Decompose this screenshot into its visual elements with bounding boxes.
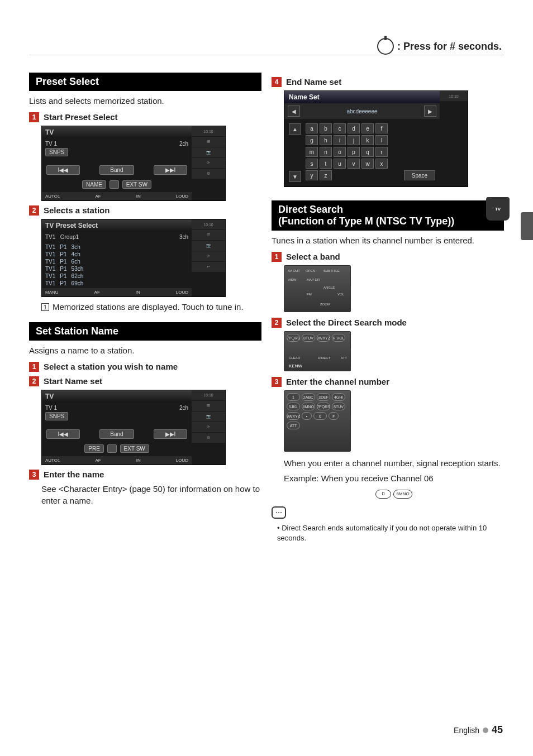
remote-9: 9WXYZ — [287, 412, 300, 420]
band-button[interactable]: Band — [99, 165, 134, 175]
key-v[interactable]: v — [348, 159, 360, 169]
side-icon[interactable]: ⟳ — [192, 422, 225, 432]
ext-sw-button[interactable]: EXT SW — [122, 180, 151, 189]
band-button-b[interactable]: Band — [99, 429, 134, 439]
key-space[interactable]: Space — [404, 170, 435, 180]
key-h[interactable]: h — [320, 135, 332, 145]
prev-button[interactable]: I◀◀ — [46, 165, 80, 175]
key-t[interactable]: t — [320, 159, 332, 169]
screenshot-preset-list: TV Preset Select TV1 Group1 3ch TV1P13ch… — [41, 219, 226, 297]
af-label: AF — [94, 290, 100, 295]
ns-up-arrow[interactable]: ▲ — [289, 123, 301, 135]
direct-search-intro: Tunes in a station when its channel numb… — [272, 235, 504, 246]
side-icon[interactable]: ⟳ — [192, 251, 225, 261]
footer-dot-icon — [483, 728, 488, 733]
side-icon[interactable]: ↩ — [192, 262, 225, 272]
side-icon[interactable]: ⚙ — [192, 433, 225, 443]
remote-4: 4GHI — [332, 393, 345, 401]
note-ref-1: 1 — [41, 303, 49, 311]
ns-title: Name Set — [284, 91, 440, 103]
snps-button[interactable]: SNPS — [45, 148, 68, 156]
key-b[interactable]: b — [320, 123, 332, 133]
key-d[interactable]: d — [348, 123, 360, 133]
key-c[interactable]: c — [334, 123, 346, 133]
scrn-2ch: 2ch — [179, 141, 188, 147]
in-label-b: IN — [136, 458, 141, 463]
top-hint: : Press for # seconds. — [377, 38, 502, 55]
remote-0: 0 — [313, 412, 327, 420]
key-s[interactable]: s — [306, 159, 318, 169]
af-label-b: AF — [96, 458, 101, 463]
hdr-3ch: 3ch — [179, 234, 188, 240]
remote-band-diagram: AV OUT OPEN SUBTITLE VIEW MAP DR ANGLE F… — [284, 265, 351, 312]
step-number-2: 2 — [29, 205, 39, 216]
ns-left-arrow[interactable]: ◀ — [288, 106, 300, 117]
key-a[interactable]: a — [306, 123, 318, 133]
key-x[interactable]: x — [375, 159, 388, 169]
screenshot-tv-preset-start: TV TV 1 2ch SNPS I◀◀ Band ▶▶I NAME — [41, 126, 226, 201]
clock-label: 10:10 — [192, 390, 225, 400]
scrn-title-3: TV — [42, 390, 192, 403]
ns-input[interactable]: abcdeeeeee — [303, 108, 421, 114]
key-w[interactable]: w — [361, 159, 374, 169]
scrn-title-2: TV Preset Select — [42, 219, 192, 232]
pre-button[interactable]: PRE — [84, 444, 104, 453]
remote-rvol: R.VOL — [332, 334, 345, 342]
auto-label: AUTO1 — [45, 194, 60, 199]
key-l[interactable]: l — [375, 135, 388, 145]
footer-page: 45 — [492, 724, 503, 736]
side-icon[interactable]: ⚙ — [192, 169, 225, 179]
page-footer: English 45 — [454, 724, 503, 736]
ext-sw-button-b[interactable]: EXT SW — [120, 444, 149, 453]
key-f[interactable]: f — [375, 123, 388, 133]
key-i[interactable]: i — [334, 135, 346, 145]
key-g[interactable]: g — [306, 135, 318, 145]
snps-button-b[interactable]: SNPS — [45, 412, 68, 420]
row-c3: 6ch — [72, 259, 80, 265]
ns-right-arrow[interactable]: ▶ — [424, 106, 436, 117]
side-icon[interactable]: ⟳ — [192, 158, 225, 168]
scrn-title: TV — [42, 126, 192, 138]
key-u[interactable]: u — [334, 159, 346, 169]
pre-button-2[interactable] — [107, 444, 117, 453]
key-o[interactable]: o — [334, 147, 346, 157]
step-number-2c: 2 — [272, 318, 282, 328]
key-r[interactable]: r — [375, 147, 388, 157]
step-number-1b: 1 — [29, 362, 39, 372]
row-c2: P1 — [60, 259, 66, 265]
key-y[interactable]: y — [306, 170, 318, 180]
key-z[interactable]: z — [320, 170, 332, 180]
key-p[interactable]: p — [348, 147, 360, 157]
next-button-b[interactable]: ▶▶I — [154, 429, 187, 439]
key-q[interactable]: q — [361, 147, 374, 157]
clock-label: 10:10 — [440, 91, 468, 101]
key-m[interactable]: m — [306, 147, 318, 157]
side-icon[interactable]: ☰ — [192, 401, 225, 411]
next-button[interactable]: ▶▶I — [154, 165, 187, 175]
step-selects-station: Selects a station — [44, 205, 110, 215]
section-direct-search: Direct Search (Function of Type M (NTSC … — [272, 200, 504, 231]
key-n[interactable]: n — [320, 147, 332, 157]
preset-list[interactable]: TV1P13ch TV1P14ch TV1P16ch TV1P153ch TV1… — [42, 242, 192, 288]
side-icon[interactable]: ☰ — [192, 230, 225, 240]
step-number-3c: 3 — [272, 377, 282, 387]
row-c2: P1 — [60, 273, 66, 279]
key-k[interactable]: k — [361, 135, 374, 145]
side-icon[interactable]: 📷 — [192, 241, 225, 251]
side-icon[interactable]: 📷 — [192, 147, 225, 157]
remote-att: ATT — [287, 422, 300, 429]
step-enter-channel-number: Enter the channel number — [286, 377, 389, 386]
key-j[interactable]: j — [348, 135, 360, 145]
prev-button-b[interactable]: I◀◀ — [46, 429, 80, 439]
side-icon[interactable]: 📷 — [192, 412, 225, 422]
tv-badge-icon: TV — [486, 197, 510, 221]
side-icon[interactable]: ☰ — [192, 137, 225, 147]
row-c3: 4ch — [72, 251, 80, 257]
manu-label: MANU — [45, 290, 59, 295]
key-e[interactable]: e — [361, 123, 374, 133]
name-button-2[interactable] — [110, 180, 119, 189]
ns-down-arrow[interactable]: ▼ — [289, 171, 301, 182]
name-button[interactable]: NAME — [82, 180, 106, 189]
remote-6: 6MNO — [302, 403, 315, 410]
step-number-3b: 3 — [29, 470, 39, 480]
